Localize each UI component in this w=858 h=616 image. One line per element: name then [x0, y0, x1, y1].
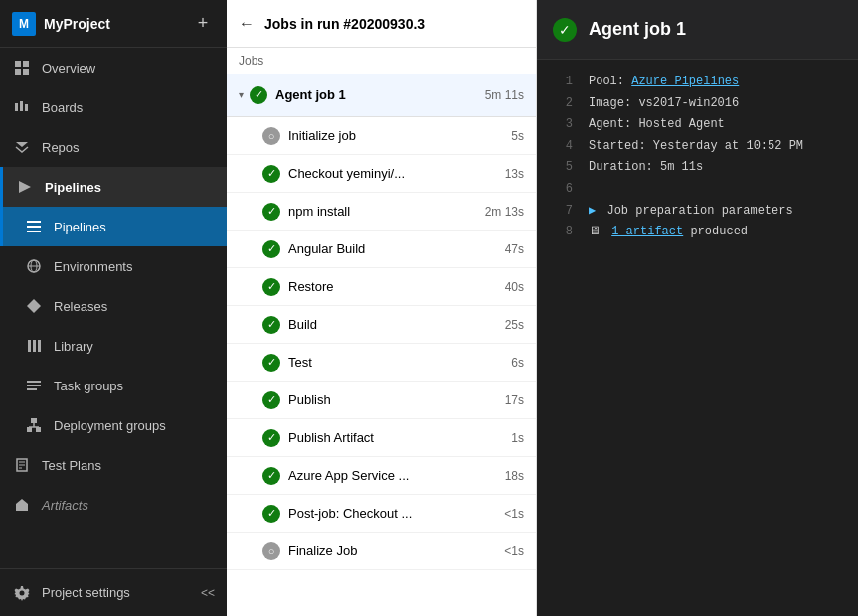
task-groups-icon: [24, 376, 44, 395]
arrow-icon: ▶: [589, 204, 596, 218]
sidebar-item-overview[interactable]: Overview: [0, 48, 227, 87]
back-button[interactable]: ←: [239, 15, 255, 33]
svg-rect-14: [28, 340, 31, 352]
table-row[interactable]: ✓ Angular Build 47s: [227, 231, 536, 268]
svg-marker-7: [19, 181, 31, 193]
jobs-list: ▾ ✓ Agent job 1 5m 11s ○ Initialize job …: [227, 74, 536, 616]
terminal-icon: 🖥: [589, 225, 601, 238]
sidebar-label-boards: Boards: [42, 100, 83, 115]
pipelines-section-icon: [15, 177, 35, 197]
add-project-button[interactable]: +: [191, 12, 215, 36]
sidebar-item-pipelines[interactable]: Pipelines: [0, 207, 227, 246]
sidebar-item-environments[interactable]: Environments: [0, 246, 227, 286]
task-status-icon: ✓: [262, 203, 280, 221]
artifact-link[interactable]: 1 artifact: [611, 225, 683, 238]
svg-rect-10: [27, 231, 41, 232]
task-name: Angular Build: [288, 241, 505, 256]
table-row[interactable]: ○ Initialize job 5s: [227, 117, 536, 155]
task-status-icon: ✓: [262, 240, 280, 258]
task-status-icon: ✓: [262, 278, 280, 296]
project-settings-left: Project settings: [12, 583, 130, 603]
settings-icon: [12, 583, 32, 603]
task-name: Checkout yeminyi/...: [288, 166, 505, 181]
task-status-icon: ✓: [262, 505, 280, 523]
project-logo: M: [12, 12, 36, 36]
task-name: Finalize Job: [288, 543, 504, 558]
task-status-icon: ○: [262, 127, 280, 145]
agent-job-row[interactable]: ▾ ✓ Agent job 1 5m 11s: [227, 74, 536, 117]
svg-rect-1: [23, 61, 29, 67]
table-row[interactable]: ○ Finalize Job <1s: [227, 533, 536, 570]
sidebar-label-test-plans: Test Plans: [42, 458, 101, 473]
sidebar-header: M MyProject +: [0, 0, 227, 48]
task-status-icon: ○: [262, 542, 280, 560]
svg-rect-5: [20, 101, 23, 111]
task-duration: 13s: [505, 167, 524, 181]
sidebar-label-pipelines: Pipelines: [54, 220, 106, 234]
table-row[interactable]: ✓ Publish 17s: [227, 382, 536, 419]
svg-rect-22: [31, 418, 37, 423]
task-duration: 40s: [505, 280, 524, 294]
sidebar-item-repos[interactable]: Repos: [0, 127, 227, 167]
svg-rect-16: [38, 340, 41, 352]
boards-icon: [12, 97, 32, 117]
list-item: 1 Pool: Azure Pipelines: [553, 72, 842, 93]
sidebar-item-pipelines-section[interactable]: Pipelines: [0, 167, 227, 207]
table-row[interactable]: ✓ Restore 40s: [227, 268, 536, 306]
svg-rect-0: [15, 61, 21, 67]
sidebar-item-library[interactable]: Library: [0, 326, 227, 366]
sidebar-label-overview: Overview: [42, 61, 95, 76]
sidebar-item-test-plans[interactable]: Test Plans: [0, 445, 227, 485]
overview-icon: [12, 58, 32, 77]
table-row[interactable]: ✓ Publish Artifact 1s: [227, 419, 536, 457]
svg-rect-8: [27, 221, 41, 223]
agent-job-name: Agent job 1: [275, 87, 346, 102]
project-name: MyProject: [44, 16, 110, 32]
azure-pipelines-link[interactable]: Azure Pipelines: [631, 75, 739, 88]
sidebar-item-releases[interactable]: Releases: [0, 286, 227, 326]
task-duration: 5s: [511, 129, 524, 143]
table-row[interactable]: ✓ Build 25s: [227, 306, 536, 344]
repos-icon: [12, 137, 32, 157]
task-duration: 1s: [511, 431, 524, 445]
sidebar-item-task-groups[interactable]: Task groups: [0, 366, 227, 405]
list-item: 6: [553, 179, 842, 201]
list-item: 5 Duration: 5m 11s: [553, 157, 842, 179]
list-item: 8 🖥 1 artifact produced: [553, 222, 842, 243]
sidebar: M MyProject + Overview Boards Repos: [0, 0, 227, 616]
table-row[interactable]: ✓ Azure App Service ... 18s: [227, 457, 536, 495]
project-settings-button[interactable]: Project settings <<: [0, 568, 227, 616]
sidebar-item-boards[interactable]: Boards: [0, 87, 227, 127]
table-row[interactable]: ✓ Checkout yeminyi/... 13s: [227, 155, 536, 193]
task-name: Publish Artifact: [288, 430, 511, 445]
svg-rect-2: [15, 69, 21, 75]
sidebar-item-artifacts[interactable]: Artifacts: [0, 485, 227, 525]
terminal-title: Agent job 1: [589, 19, 686, 40]
terminal-body: 1 Pool: Azure Pipelines 2 Image: vs2017-…: [537, 60, 858, 616]
artifacts-icon: [12, 495, 32, 515]
sidebar-item-deployment-groups[interactable]: Deployment groups: [0, 405, 227, 445]
task-status-icon: ✓: [262, 467, 280, 485]
task-duration: 6s: [511, 356, 524, 370]
deployment-groups-icon: [24, 415, 44, 435]
task-duration: 17s: [505, 393, 524, 407]
task-status-icon: ✓: [262, 429, 280, 447]
sidebar-label-artifacts: Artifacts: [42, 498, 88, 513]
svg-rect-29: [16, 504, 28, 511]
task-duration: 25s: [505, 318, 524, 332]
svg-rect-4: [15, 103, 18, 111]
svg-rect-18: [27, 385, 41, 386]
task-status-icon: ✓: [262, 165, 280, 183]
collapse-icon[interactable]: <<: [201, 586, 215, 600]
task-name: Restore: [288, 279, 505, 294]
task-duration: 18s: [505, 469, 524, 483]
library-icon: [24, 336, 44, 356]
table-row[interactable]: ✓ Post-job: Checkout ... <1s: [227, 495, 536, 533]
pipelines-icon: [24, 217, 44, 236]
table-row[interactable]: ✓ npm install 2m 13s: [227, 193, 536, 231]
task-status-icon: ✓: [262, 354, 280, 372]
task-name: Initialize job: [288, 128, 511, 143]
table-row[interactable]: ✓ Test 6s: [227, 344, 536, 382]
list-item: 3 Agent: Hosted Agent: [553, 114, 842, 136]
releases-icon: [24, 296, 44, 316]
